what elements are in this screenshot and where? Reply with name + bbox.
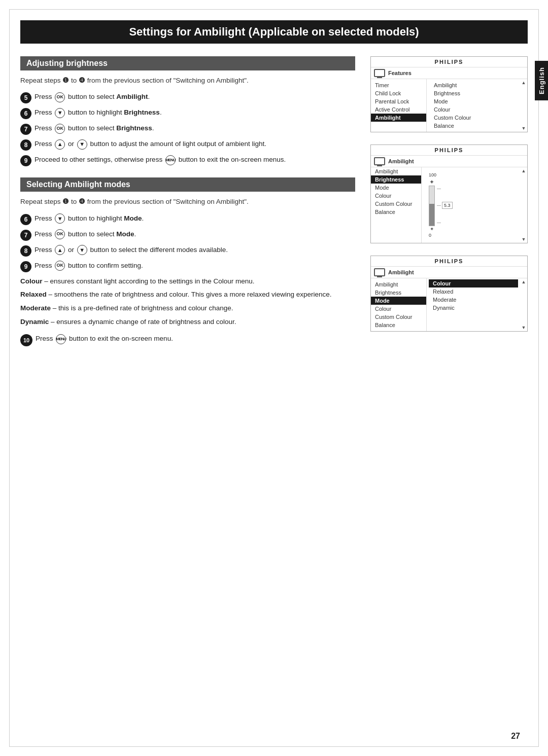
tv-screen-3-brand: PHILIPS — [371, 256, 527, 267]
tv-screen-3-left-header: Ambilight — [388, 269, 414, 275]
tv-monitor-icon-3 — [374, 268, 385, 276]
step-6b: 6 Press ▼ button to highlight Mode. — [20, 213, 355, 225]
tv-row: Brightness — [430, 89, 517, 97]
sun-icon-top: ✦ — [429, 178, 434, 186]
sun-icon-bottom: ✦ — [430, 226, 434, 232]
right-column: PHILIPS Features Timer Child Lock Parent… — [370, 56, 528, 357]
adjusting-brightness-intro: Repeat steps ❶ to ❹ from the previous se… — [20, 76, 355, 86]
step-8b: 8 Press ▲ or ▼ button to select the diff… — [20, 245, 355, 257]
ok-button-icon-4: OK — [55, 261, 65, 271]
moderate-desc: Moderate – this is a pre-defined rate of… — [20, 303, 355, 314]
tv-row: Ambilight — [371, 167, 421, 175]
step-num-8b: 8 — [20, 245, 31, 257]
step-num-7b: 7 — [20, 230, 31, 241]
step-5-text: Press OK button to select Ambilight. — [35, 92, 150, 102]
selecting-modes-section: Selecting Ambilight modes Repeat steps ❶… — [20, 177, 355, 346]
scale-top-label: 100 — [429, 172, 436, 177]
tv-screen-2: PHILIPS Ambilight Ambilight Brightness M… — [370, 145, 528, 243]
tv-row: Moderate — [429, 296, 518, 304]
tv-row-highlighted: Mode — [371, 297, 426, 305]
page-container: English Settings for Ambilight (Applicab… — [0, 0, 548, 756]
tv-row: Dynamic — [429, 304, 518, 312]
relaxed-desc: Relaxed – smoothens the rate of brightne… — [20, 290, 355, 300]
step-num-9b: 9 — [20, 261, 31, 272]
tv-screen-1-body: Timer Child Lock Parental Lock Active Co… — [371, 79, 527, 132]
arrow-down-icon-3: ▼ — [55, 213, 65, 224]
value-display: — 5.3 — [437, 202, 453, 209]
tv-row: Colour — [371, 305, 426, 313]
tv-screen-1-right: Ambilight Brightness Mode Colour Custom … — [427, 79, 520, 132]
main-title: Settings for Ambilight (Applicable on se… — [20, 20, 528, 44]
tv-scroll-3: ▲ ▼ — [520, 278, 527, 331]
step-7a-text: Press OK button to select Brightness. — [35, 123, 154, 133]
step-num-8a: 8 — [20, 139, 31, 151]
tv-screen-3: PHILIPS Ambilight Ambilight Brightness M… — [370, 256, 528, 332]
step-10: 10 Press MENU button to exit the on-scre… — [20, 334, 355, 346]
tv-row: Balance — [371, 208, 421, 216]
scroll-down-arrow-3: ▼ — [522, 325, 526, 330]
tv-row: Parental Lock — [371, 97, 426, 105]
step-7b: 7 Press OK button to select Mode. — [20, 229, 355, 241]
step-9b: 9 Press OK button to confirm setting. — [20, 261, 355, 272]
step-6b-text: Press ▼ button to highlight Mode. — [35, 213, 144, 224]
step-6a: 6 Press ▼ button to highlight Brightness… — [20, 107, 355, 119]
tv-screen-2-icon-bar: Ambilight — [371, 156, 527, 167]
tv-screen-2-brand: PHILIPS — [371, 145, 527, 156]
tv-screen-3-right: Colour Relaxed Moderate Dynamic — [427, 278, 520, 331]
tv-row: Mode — [371, 184, 421, 192]
step-num-6b: 6 — [20, 214, 31, 225]
arrow-down-icon-1: ▼ — [55, 108, 65, 118]
tv-screen-3-body: Ambilight Brightness Mode Colour Custom … — [371, 278, 527, 331]
step-8a-text: Press ▲ or ▼ button to adjust the amount… — [35, 139, 266, 149]
step-num-9a: 9 — [20, 155, 31, 166]
step-num-6a: 6 — [20, 108, 31, 119]
ok-button-icon-2: OK — [55, 124, 65, 134]
step-8a: 8 Press ▲ or ▼ button to adjust the amou… — [20, 139, 355, 151]
tv-screen-1-left: Timer Child Lock Parental Lock Active Co… — [371, 79, 427, 132]
scale-bottom-label: 0 — [429, 233, 431, 238]
step-num-7a: 7 — [20, 124, 31, 135]
scroll-up-arrow-3: ▲ — [522, 279, 526, 284]
tv-row-highlighted: Brightness — [371, 175, 421, 184]
left-column: Adjusting brightness Repeat steps ❶ to ❹… — [20, 56, 355, 357]
tv-row: Colour — [430, 105, 517, 114]
english-tab: English — [535, 61, 548, 100]
tv-row: Ambilight — [371, 280, 426, 289]
tv-scroll-2: ▲ ▼ — [520, 167, 527, 243]
selecting-modes-header: Selecting Ambilight modes — [20, 177, 355, 192]
step-7a: 7 Press OK button to select Brightness. — [20, 123, 355, 135]
tv-row: Balance — [371, 321, 426, 329]
tv-row: Custom Colour — [371, 200, 421, 208]
tv-monitor-icon-1 — [374, 69, 385, 77]
tv-scroll-1: ▲ ▼ — [520, 79, 527, 132]
step-9a-text: Proceed to other settings, otherwise pre… — [35, 155, 286, 165]
step-8b-text: Press ▲ or ▼ button to select the differ… — [35, 245, 228, 255]
tick-bottom: — — [437, 220, 453, 225]
tv-row: Relaxed — [429, 287, 518, 296]
tv-screen-3-left: Ambilight Brightness Mode Colour Custom … — [371, 278, 427, 331]
arrow-down-icon-4: ▼ — [77, 245, 87, 255]
colour-desc: Colour – ensures constant light accordin… — [20, 276, 355, 287]
step-9b-text: Press OK button to confirm setting. — [35, 261, 143, 271]
scroll-up-arrow-2: ▲ — [522, 168, 526, 173]
brightness-value: 5.3 — [442, 202, 453, 209]
arrow-up-icon-1: ▲ — [55, 139, 65, 150]
scale-visual: ✦ ✦ — — 5.3 — [429, 178, 453, 232]
arrow-up-icon-2: ▲ — [55, 245, 65, 255]
menu-button-icon-2: MENU — [56, 334, 66, 344]
ok-button-icon-3: OK — [55, 229, 65, 239]
arrow-down-icon-2: ▼ — [77, 139, 87, 150]
adjusting-brightness-header: Adjusting brightness — [20, 56, 355, 70]
tv-screen-2-left-header: Ambilight — [388, 158, 414, 164]
tv-monitor-icon-2 — [374, 157, 385, 165]
scroll-down-arrow-2: ▼ — [522, 237, 526, 242]
tv-row-highlighted: Ambilight — [371, 114, 426, 122]
menu-button-icon-1: MENU — [165, 155, 176, 165]
selecting-modes-intro: Repeat steps ❶ to ❹ from the previous se… — [20, 197, 355, 207]
tv-row: Mode — [430, 97, 517, 105]
brightness-bar-fill — [429, 204, 434, 226]
tv-row: Ambilight — [430, 81, 517, 89]
adjusting-brightness-section: Adjusting brightness Repeat steps ❶ to ❹… — [20, 56, 355, 166]
tv-screen-1-brand: PHILIPS — [371, 57, 527, 67]
tv-row: Balance — [430, 122, 517, 130]
